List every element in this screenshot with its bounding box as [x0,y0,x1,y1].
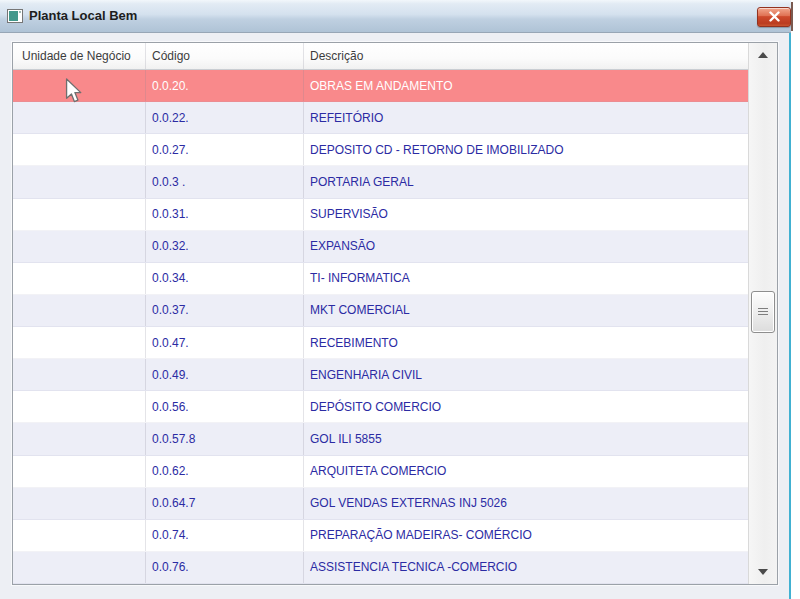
table-row[interactable]: 0.0.22. REFEITÓRIO [13,102,748,134]
scroll-up-button[interactable] [749,45,777,65]
cell-unidade[interactable] [13,199,146,230]
close-icon [768,8,781,26]
cell-codigo[interactable]: 0.0.62. [146,456,304,487]
cell-codigo[interactable]: 0.0.20. [146,70,304,101]
column-header-codigo[interactable]: Código [146,43,304,69]
cell-descricao[interactable]: GOL ILI 5855 [304,423,748,454]
cell-descricao[interactable]: EXPANSÃO [304,231,748,262]
vertical-scrollbar[interactable] [748,43,777,584]
cell-codigo[interactable]: 0.0.31. [146,199,304,230]
cell-descricao[interactable]: ARQUITETA COMERCIO [304,456,748,487]
close-button[interactable] [757,7,791,27]
cell-unidade[interactable] [13,166,146,197]
cell-unidade[interactable] [13,327,146,358]
cell-codigo[interactable]: 0.0.37. [146,295,304,326]
cell-codigo[interactable]: 0.0.49. [146,359,304,390]
scroll-down-button[interactable] [749,562,777,582]
cell-unidade[interactable] [13,423,146,454]
table-row[interactable]: 0.0.20. OBRAS EM ANDAMENTO [13,70,748,102]
cell-descricao[interactable]: PREPARAÇÃO MADEIRAS- COMÉRCIO [304,520,748,551]
cell-descricao[interactable]: PORTARIA GERAL [304,166,748,197]
table-row[interactable]: 0.0.37. MKT COMERCIAL [13,295,748,327]
cell-codigo[interactable]: 0.0.34. [146,263,304,294]
cell-descricao[interactable]: OBRAS EM ANDAMENTO [304,70,748,101]
window-outside-area [791,0,800,599]
table-row[interactable]: 0.0.76. ASSISTENCIA TECNICA -COMERCIO [13,552,748,584]
cell-codigo[interactable]: 0.0.74. [146,520,304,551]
table-row[interactable]: 0.0.56. DEPÓSITO COMERCIO [13,391,748,423]
cell-descricao[interactable]: GOL VENDAS EXTERNAS INJ 5026 [304,488,748,519]
cell-descricao[interactable]: ENGENHARIA CIVIL [304,359,748,390]
table-row[interactable]: 0.0.62. ARQUITETA COMERCIO [13,456,748,488]
cell-unidade[interactable] [13,70,146,101]
window-title: Planta Local Bem [29,8,137,23]
table-row[interactable]: 0.0.47. RECEBIMENTO [13,327,748,359]
cell-descricao[interactable]: TI- INFORMATICA [304,263,748,294]
column-header-descricao[interactable]: Descrição [304,43,748,69]
column-header-unidade[interactable]: Unidade de Negócio [13,43,146,69]
cell-unidade[interactable] [13,552,146,583]
cell-unidade[interactable] [13,456,146,487]
cell-codigo[interactable]: 0.0.27. [146,134,304,165]
cell-unidade[interactable] [13,391,146,422]
table-row[interactable]: 0.0.49. ENGENHARIA CIVIL [13,359,748,391]
dialog-window: Planta Local Bem Unidade de Negócio Códi… [0,0,792,599]
cell-codigo[interactable]: 0.0.57.8 [146,423,304,454]
table-row[interactable]: 0.0.31. SUPERVISÃO [13,199,748,231]
cell-codigo[interactable]: 0.0.32. [146,231,304,262]
table-row[interactable]: 0.0.57.8 GOL ILI 5855 [13,423,748,455]
scrollbar-thumb[interactable] [751,291,775,333]
cell-descricao[interactable]: RECEBIMENTO [304,327,748,358]
thumb-grip-icon [758,308,768,316]
table-row[interactable]: 0.0.32. EXPANSÃO [13,231,748,263]
cell-unidade[interactable] [13,488,146,519]
window-edge-cap [791,2,793,31]
cell-descricao[interactable]: DEPÓSITO COMERCIO [304,391,748,422]
cell-descricao[interactable]: MKT COMERCIAL [304,295,748,326]
cell-unidade[interactable] [13,231,146,262]
cell-descricao[interactable]: ASSISTENCIA TECNICA -COMERCIO [304,552,748,583]
cell-descricao[interactable]: SUPERVISÃO [304,199,748,230]
cell-unidade[interactable] [13,520,146,551]
cell-descricao[interactable]: DEPOSITO CD - RETORNO DE IMOBILIZADO [304,134,748,165]
app-icon [7,9,23,23]
cell-unidade[interactable] [13,295,146,326]
table-header: Unidade de Negócio Código Descrição [13,43,748,70]
cell-codigo[interactable]: 0.0.76. [146,552,304,583]
cell-unidade[interactable] [13,134,146,165]
titlebar: Planta Local Bem [0,0,792,33]
table-row[interactable]: 0.0.64.7 GOL VENDAS EXTERNAS INJ 5026 [13,488,748,520]
table-body: 0.0.20. OBRAS EM ANDAMENTO 0.0.22. REFEI… [13,70,748,584]
cell-codigo[interactable]: 0.0.3 . [146,166,304,197]
cell-codigo[interactable]: 0.0.56. [146,391,304,422]
planta-local-table: Unidade de Negócio Código Descrição 0.0.… [12,42,778,585]
table-row[interactable]: 0.0.34. TI- INFORMATICA [13,263,748,295]
cell-descricao[interactable]: REFEITÓRIO [304,102,748,133]
cell-unidade[interactable] [13,102,146,133]
arrow-up-icon [758,52,768,58]
arrow-down-icon [758,569,768,575]
cell-unidade[interactable] [13,359,146,390]
cell-unidade[interactable] [13,263,146,294]
cell-codigo[interactable]: 0.0.22. [146,102,304,133]
table-row[interactable]: 0.0.74. PREPARAÇÃO MADEIRAS- COMÉRCIO [13,520,748,552]
table-row[interactable]: 0.0.27. DEPOSITO CD - RETORNO DE IMOBILI… [13,134,748,166]
table-row[interactable]: 0.0.3 . PORTARIA GERAL [13,166,748,198]
cell-codigo[interactable]: 0.0.64.7 [146,488,304,519]
cell-codigo[interactable]: 0.0.47. [146,327,304,358]
